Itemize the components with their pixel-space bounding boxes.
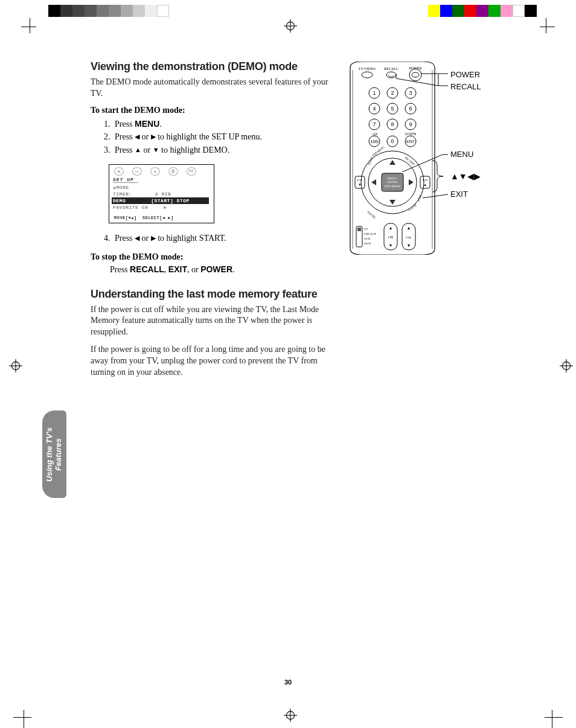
page-number: 30 — [0, 679, 576, 686]
recall-key: RECALL — [130, 264, 164, 274]
lastmode-p2: If the power is going to be off for a lo… — [91, 344, 332, 378]
page-content: Viewing the demonstration (DEMO) mode Th… — [91, 60, 513, 385]
step-1: Press MENU. — [112, 118, 332, 131]
callout-arrows: ▲▼◀▶ — [450, 171, 481, 181]
setup-footer: MOVE[▼▲] SELECT[◀ ▶] — [114, 216, 174, 220]
step-3: Press ▲ or ▼ to highlight DEMO. — [112, 144, 332, 157]
start-steps: Press MENU. Press ◀ or ▶ to highlight th… — [112, 118, 332, 157]
step-2: Press ◀ or ▶ to highlight the SET UP men… — [112, 130, 332, 144]
start-demo-label: To start the DEMO mode: — [91, 106, 332, 115]
heading-lastmode: Understanding the last mode memory featu… — [91, 288, 332, 301]
registration-mark-right — [560, 359, 573, 372]
setup-menu-screenshot: ▤ ◂▸ ⇅ ☰ CC SET UP ▲MORE TIMER:O MIN DEM… — [109, 164, 214, 223]
favorite-row: FAVORITE CH▶ — [113, 204, 210, 211]
down-arrow-icon: ▼ — [153, 146, 159, 153]
section-tab: Using the TV's Features — [42, 410, 66, 498]
demo-intro: The DEMO mode automatically demonstrates… — [91, 77, 332, 100]
exit-key: EXIT — [168, 264, 187, 274]
more-row: ▲MORE — [113, 184, 210, 191]
right-arrow-icon: ▶ — [151, 234, 156, 241]
remote-callouts — [344, 60, 513, 260]
svg-line-77 — [396, 78, 438, 86]
menu-icon-row: ▤ ◂▸ ⇅ ☰ CC — [113, 167, 210, 176]
power-key: POWER — [200, 264, 232, 274]
callout-menu: MENU — [450, 150, 473, 159]
left-arrow-icon: ◀ — [135, 234, 139, 241]
color-bars-right — [428, 5, 537, 17]
cc-menu-icon: CC — [187, 167, 196, 176]
tab-label: Using the TV's Features — [45, 427, 63, 482]
svg-line-81 — [423, 194, 448, 198]
lock-menu-icon: ☰ — [168, 167, 178, 176]
crop-mark-bl — [13, 707, 34, 728]
crop-mark-br — [542, 707, 563, 728]
registration-mark-top — [284, 19, 297, 33]
picture-menu-icon: ▤ — [114, 167, 124, 176]
main-column: Viewing the demonstration (DEMO) mode Th… — [91, 60, 332, 385]
callout-recall: RECALL — [450, 82, 481, 91]
audio-menu-icon: ◂▸ — [132, 167, 142, 176]
stop-demo-label: To stop the DEMO mode: — [91, 252, 332, 262]
demo-row: DEMO[START] STOP — [112, 197, 209, 204]
up-arrow-icon: ▲ — [135, 146, 141, 153]
setup-menu-icon: ⇅ — [150, 167, 160, 176]
color-bars-left — [48, 5, 169, 17]
lastmode-p1: If the power is cut off while you are vi… — [91, 304, 332, 339]
registration-mark-bottom — [284, 709, 297, 722]
step-4: Press ◀ or ▶ to highlight START. — [112, 232, 332, 245]
svg-line-79 — [402, 155, 443, 172]
crop-mark-tl — [21, 18, 39, 36]
setup-title: SET UP — [113, 177, 138, 183]
stop-demo-text: Press RECALL, EXIT, or POWER. — [110, 264, 332, 275]
callout-exit: EXIT — [450, 190, 468, 199]
heading-demo: Viewing the demonstration (DEMO) mode — [91, 60, 332, 73]
callout-power: POWER — [450, 70, 480, 79]
menu-key: MENU — [135, 119, 159, 129]
right-arrow-icon: ▶ — [151, 133, 156, 140]
registration-mark-left — [9, 359, 22, 372]
crop-mark-tr — [537, 18, 555, 36]
timer-row: TIMER:O MIN — [113, 191, 210, 197]
left-arrow-icon: ◀ — [135, 133, 139, 140]
start-steps-continued: Press ◀ or ▶ to highlight START. — [112, 232, 332, 245]
